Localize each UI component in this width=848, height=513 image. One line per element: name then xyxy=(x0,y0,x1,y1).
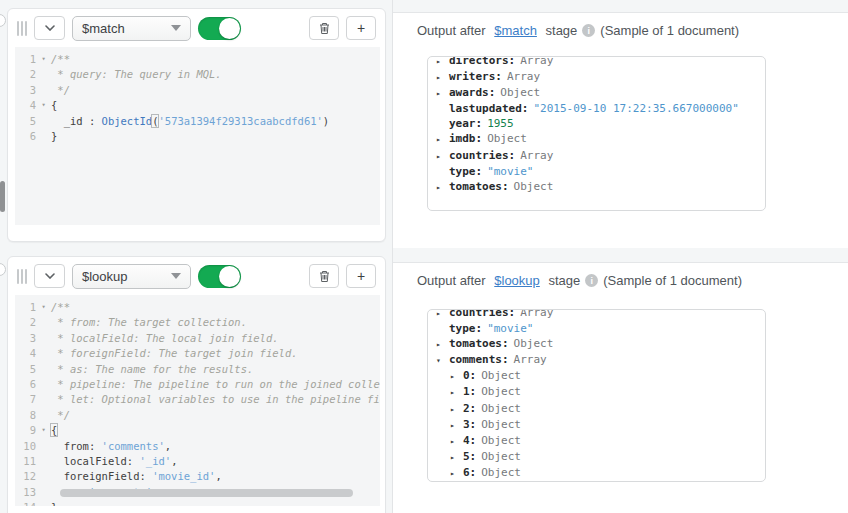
code-line[interactable]: 14} xyxy=(15,500,380,506)
code-fold-gap xyxy=(36,439,51,454)
line-number: 12 xyxy=(15,469,36,484)
code-line[interactable]: 8 */ xyxy=(15,408,380,423)
stage-operator-select[interactable]: $match xyxy=(72,16,191,41)
stage-header: $lookup + xyxy=(8,257,385,295)
document-field-list: ▸directors:Array▸writers:Array▸awards:Ob… xyxy=(428,56,765,195)
document-field-row: ▸5:Object xyxy=(436,449,755,465)
code-line[interactable]: 7 * let: Optional variables to use in th… xyxy=(15,392,380,407)
expand-caret-icon[interactable]: ▸ xyxy=(450,434,463,449)
code-line[interactable]: 6 * pipeline: The pipeline to run on the… xyxy=(15,377,380,392)
code-fold-gap xyxy=(36,114,51,129)
code-line[interactable]: 6} xyxy=(15,129,380,144)
drag-handle-icon[interactable] xyxy=(17,21,27,36)
code-line[interactable]: 5 * as: The name for the results. xyxy=(15,362,380,377)
expand-caret-icon[interactable]: ▸ xyxy=(436,56,449,69)
code-text: * localField: The local join field. xyxy=(51,331,279,346)
expand-caret-icon[interactable]: ▸ xyxy=(436,132,449,147)
line-number: 13 xyxy=(15,485,36,500)
code-line[interactable]: 9▾{ xyxy=(15,423,380,438)
expand-caret-icon[interactable]: ▸ xyxy=(436,149,449,164)
code-fold-icon[interactable]: ▾ xyxy=(36,98,51,113)
field-name: 5: xyxy=(463,449,476,464)
line-number: 5 xyxy=(15,114,36,129)
line-number: 14 xyxy=(15,500,36,506)
code-line[interactable]: 4▾{ xyxy=(15,98,380,113)
drag-handle-icon[interactable] xyxy=(17,269,27,284)
stage-code-editor[interactable]: 1▾/**2 * from: The target collection.3 *… xyxy=(15,295,380,506)
stage-card-match: $match + 1▾/**2 * query: The query in MQ… xyxy=(7,8,386,242)
output-header: Output after $lookup stagei(Sample of 1 … xyxy=(393,263,848,288)
code-line[interactable]: 4 * foreignField: The target join field. xyxy=(15,346,380,361)
sample-document-card: ▸countries:Arraytype:"movie"▸tomatoes:Ob… xyxy=(427,309,766,482)
expand-caret-icon[interactable]: ▸ xyxy=(436,70,449,85)
pipeline-scrollbar-thumb[interactable] xyxy=(0,181,5,212)
toggle-knob xyxy=(219,266,240,287)
stage-enabled-toggle[interactable] xyxy=(198,17,241,40)
field-value: Object xyxy=(514,336,554,351)
expand-caret-icon[interactable]: ▸ xyxy=(450,418,463,433)
code-text: localField: '_id', xyxy=(51,454,177,469)
field-name: tomatoes: xyxy=(449,179,509,194)
info-icon[interactable]: i xyxy=(582,24,595,37)
code-text: foreignField: 'movie_id', xyxy=(51,469,222,484)
expand-caret-icon[interactable]: ▸ xyxy=(436,86,449,101)
stage-doc-link[interactable]: $lookup xyxy=(494,273,540,288)
line-number: 1 xyxy=(15,300,36,315)
collapse-stage-button[interactable] xyxy=(34,16,65,40)
code-line[interactable]: 11 localField: '_id', xyxy=(15,454,380,469)
code-line[interactable]: 10 from: 'comments', xyxy=(15,439,380,454)
expand-caret-icon[interactable]: ▸ xyxy=(450,385,463,400)
stage-card-lookup: $lookup + 1▾/**2 * from: The target coll… xyxy=(7,256,386,513)
field-value: Array xyxy=(520,56,553,68)
chevron-down-icon xyxy=(45,273,55,279)
output-header: Output after $match stagei(Sample of 1 d… xyxy=(393,13,848,38)
stage-operator-label: $match xyxy=(82,21,125,36)
code-line[interactable]: 5 _id : ObjectId('573a1394f29313caabcdfd… xyxy=(15,114,380,129)
expand-caret-icon[interactable]: ▸ xyxy=(436,180,449,195)
stage-enabled-toggle[interactable] xyxy=(198,265,241,288)
expand-caret-icon[interactable]: ▸ xyxy=(450,369,463,384)
code-fold-gap xyxy=(36,331,51,346)
code-fold-gap xyxy=(36,83,51,98)
delete-stage-button[interactable] xyxy=(309,16,339,40)
expand-caret-icon[interactable]: ▸ xyxy=(436,309,449,321)
code-line[interactable]: 3 */ xyxy=(15,83,380,98)
code-line[interactable]: 1▾/** xyxy=(15,52,380,67)
code-line[interactable]: 1▾/** xyxy=(15,300,380,315)
document-field-list: ▸countries:Arraytype:"movie"▸tomatoes:Ob… xyxy=(428,309,765,482)
code-fold-icon[interactable]: ▾ xyxy=(36,300,51,315)
info-icon[interactable]: i xyxy=(585,274,598,287)
field-name: writers: xyxy=(449,69,502,84)
stage-code-editor[interactable]: 1▾/**2 * query: The query in MQL.3 */4▾{… xyxy=(15,47,380,225)
code-text: { xyxy=(51,98,57,113)
collapsed-add-stage-handle[interactable] xyxy=(0,14,6,27)
code-fold-icon[interactable]: ▾ xyxy=(36,52,51,67)
code-line[interactable]: 12 foreignField: 'movie_id', xyxy=(15,469,380,484)
collapsed-add-stage-handle[interactable] xyxy=(0,263,6,276)
code-fold-icon[interactable]: ▾ xyxy=(36,423,51,438)
expand-caret-icon[interactable]: ▾ xyxy=(436,353,449,368)
code-line[interactable]: 2 * from: The target collection. xyxy=(15,315,380,330)
field-name: countries: xyxy=(449,309,515,320)
code-fold-gap xyxy=(36,454,51,469)
line-number: 2 xyxy=(15,67,36,82)
stage-operator-label: $lookup xyxy=(82,269,128,284)
delete-stage-button[interactable] xyxy=(309,264,339,288)
field-name: tomatoes: xyxy=(449,336,509,351)
field-value: "movie" xyxy=(487,164,533,179)
stage-doc-link[interactable]: $match xyxy=(494,23,537,38)
code-text: _id : ObjectId('573a1394f29313caabcdfd61… xyxy=(51,114,329,129)
code-line[interactable]: 3 * localField: The local join field. xyxy=(15,331,380,346)
collapse-stage-button[interactable] xyxy=(34,264,65,288)
expand-caret-icon[interactable]: ▸ xyxy=(450,402,463,417)
stage-operator-select[interactable]: $lookup xyxy=(72,264,191,289)
add-stage-button[interactable]: + xyxy=(346,16,376,40)
editor-horizontal-scrollbar[interactable] xyxy=(60,489,353,497)
code-fold-gap xyxy=(36,392,51,407)
expand-caret-icon[interactable]: ▸ xyxy=(450,466,463,481)
expand-caret-icon[interactable]: ▸ xyxy=(450,450,463,465)
field-name: year: xyxy=(449,116,482,131)
expand-caret-icon[interactable]: ▸ xyxy=(436,337,449,352)
add-stage-button[interactable]: + xyxy=(346,264,376,288)
code-line[interactable]: 2 * query: The query in MQL. xyxy=(15,67,380,82)
